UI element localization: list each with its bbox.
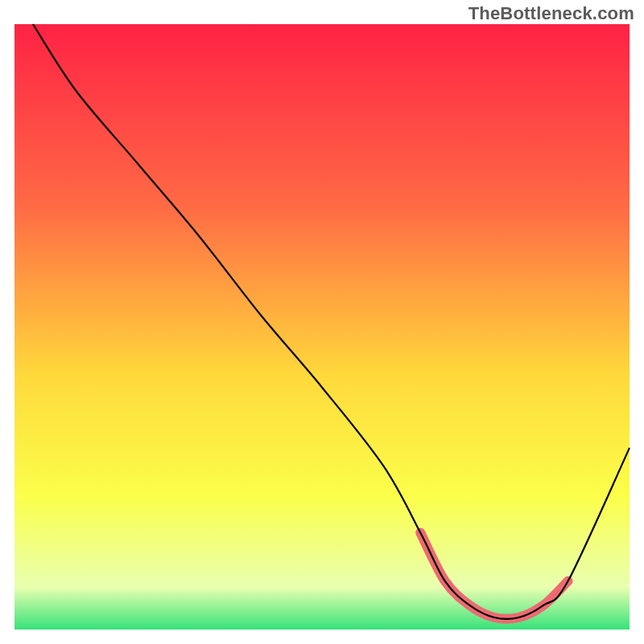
bottleneck-chart (0, 0, 644, 644)
plot-background (14, 24, 630, 630)
watermark: TheBottleneck.com (469, 3, 634, 24)
chart-stage: TheBottleneck.com (0, 0, 644, 644)
